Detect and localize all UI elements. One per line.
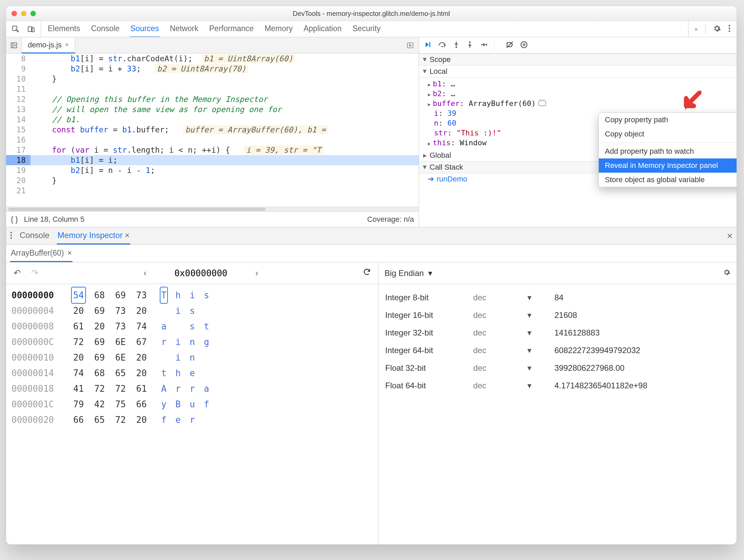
memory-chip-icon[interactable]: [539, 101, 546, 106]
ascii-char[interactable]: r: [189, 412, 196, 428]
hex-byte[interactable]: 72: [114, 412, 127, 428]
code-editor[interactable]: 8 b1[i] = str.charCodeAt(i); b1 = Uint8A…: [6, 53, 419, 207]
tab-memory[interactable]: Memory: [264, 21, 293, 37]
scope-header[interactable]: ▶Scope: [419, 53, 737, 66]
minimize-window-icon[interactable]: [21, 11, 26, 16]
hex-byte[interactable]: 69: [93, 303, 106, 319]
pause-exceptions-icon[interactable]: [521, 41, 527, 49]
ascii-char[interactable]: g: [203, 334, 210, 350]
hex-byte[interactable]: 6E: [114, 350, 127, 365]
code-line[interactable]: 18 b1[i] = i;: [6, 155, 419, 165]
tab-application[interactable]: Application: [303, 21, 343, 37]
hex-byte[interactable]: 6E: [114, 334, 127, 350]
ascii-char[interactable]: ·: [203, 365, 210, 381]
chevron-down-icon[interactable]: ▾: [527, 293, 554, 302]
ascii-char[interactable]: T: [160, 287, 167, 303]
chevron-down-icon[interactable]: ▾: [527, 310, 554, 320]
step-into-icon[interactable]: [453, 41, 460, 50]
hex-byte[interactable]: 69: [93, 350, 106, 365]
hex-byte[interactable]: 41: [72, 381, 85, 396]
close-window-icon[interactable]: [12, 11, 17, 16]
ascii-char[interactable]: e: [189, 365, 196, 381]
code-line[interactable]: 12 // Opening this buffer in the Memory …: [6, 94, 419, 104]
hex-byte[interactable]: 20: [135, 365, 148, 381]
code-line[interactable]: 21: [6, 186, 419, 196]
ascii-char[interactable]: ·: [160, 350, 167, 365]
ascii-char[interactable]: r: [175, 381, 181, 396]
hex-byte[interactable]: 65: [114, 365, 127, 381]
ascii-char[interactable]: i: [175, 334, 181, 350]
hex-byte[interactable]: 54: [72, 287, 85, 303]
ascii-char[interactable]: h: [175, 365, 181, 381]
base-select[interactable]: dec: [473, 346, 527, 355]
ascii-char[interactable]: r: [160, 334, 167, 350]
code-line[interactable]: 9 b2[i] = i + 33; b2 = Uint8Array(70): [6, 64, 419, 74]
address-input[interactable]: [157, 268, 245, 279]
more-vert-icon[interactable]: [728, 24, 730, 34]
hex-byte[interactable]: 61: [135, 381, 148, 396]
ascii-char[interactable]: n: [189, 350, 196, 365]
context-menu-item[interactable]: Store object as global variable: [599, 173, 737, 187]
tab-network[interactable]: Network: [169, 21, 199, 37]
base-select[interactable]: dec: [473, 363, 527, 373]
context-menu-item[interactable]: Copy object: [599, 127, 737, 141]
scope-local-header[interactable]: ▶Local: [419, 66, 737, 78]
refresh-icon[interactable]: [361, 268, 373, 278]
code-line[interactable]: 17 for (var i = str.length; i < n; ++i) …: [6, 145, 419, 155]
hex-byte[interactable]: 74: [135, 319, 148, 334]
callstack-fn[interactable]: runDemo: [437, 175, 467, 184]
memory-buffer-tab[interactable]: ArrayBuffer(60) ×: [10, 245, 72, 262]
device-toolbar-icon[interactable]: [26, 24, 36, 34]
close-tab-icon[interactable]: ×: [125, 231, 130, 240]
hex-byte[interactable]: 42: [93, 396, 106, 412]
ascii-char[interactable]: a: [160, 319, 167, 334]
hex-byte[interactable]: 72: [72, 334, 85, 350]
hex-byte[interactable]: 74: [72, 365, 85, 381]
ascii-char[interactable]: f: [160, 412, 167, 428]
ascii-char[interactable]: h: [175, 287, 181, 303]
ascii-char[interactable]: y: [160, 396, 167, 412]
chevron-down-icon[interactable]: ▾: [527, 328, 554, 338]
code-line[interactable]: 13 // will open the same view as for ope…: [6, 104, 419, 114]
base-select[interactable]: dec: [473, 293, 527, 302]
ascii-char[interactable]: ·: [203, 412, 210, 428]
code-line[interactable]: 8 b1[i] = str.charCodeAt(i); b1 = Uint8A…: [6, 53, 419, 64]
close-tab-icon[interactable]: ×: [67, 249, 72, 258]
hex-row[interactable]: 0000002066657220fer·: [12, 412, 373, 428]
hex-byte[interactable]: 72: [93, 381, 106, 396]
hex-byte[interactable]: 68: [93, 365, 106, 381]
hex-row[interactable]: 0000000C72696E67ring: [12, 334, 373, 350]
code-line[interactable]: 16: [6, 135, 419, 145]
scope-variable[interactable]: ▶b1: …: [428, 79, 737, 89]
code-line[interactable]: 11: [6, 84, 419, 94]
step-icon[interactable]: [480, 41, 487, 50]
undo-icon[interactable]: ↶: [12, 268, 23, 278]
code-line[interactable]: 19 b2[i] = n - i - 1;: [6, 165, 419, 175]
hex-byte[interactable]: 65: [93, 412, 106, 428]
hex-byte[interactable]: 73: [135, 287, 148, 303]
hex-byte[interactable]: 20: [93, 319, 106, 334]
hex-row[interactable]: 0000000861207374a·st: [12, 319, 373, 334]
code-line[interactable]: 14 // b1.: [6, 114, 419, 125]
ascii-char[interactable]: ·: [175, 319, 181, 334]
ascii-char[interactable]: n: [189, 334, 196, 350]
ascii-char[interactable]: u: [189, 396, 196, 412]
code-line[interactable]: 20 }: [6, 175, 419, 186]
code-line[interactable]: 10 }: [6, 74, 419, 84]
ascii-char[interactable]: s: [189, 319, 196, 334]
tab-elements[interactable]: Elements: [47, 21, 81, 37]
ascii-char[interactable]: i: [175, 303, 181, 319]
hex-byte[interactable]: 72: [114, 381, 127, 396]
settings-gear-icon[interactable]: [713, 24, 721, 34]
resume-icon[interactable]: [424, 41, 431, 50]
hex-byte[interactable]: 20: [72, 350, 85, 365]
ascii-char[interactable]: r: [189, 381, 196, 396]
editor-scrollbar[interactable]: [6, 207, 419, 211]
hex-byte[interactable]: 20: [135, 350, 148, 365]
hex-byte[interactable]: 79: [72, 396, 85, 412]
ascii-char[interactable]: s: [189, 303, 196, 319]
inspect-element-icon[interactable]: [11, 24, 20, 34]
hex-row[interactable]: 0000001474686520the·: [12, 365, 373, 381]
hex-row[interactable]: 0000000420697320·is·: [12, 303, 373, 319]
hex-byte[interactable]: 20: [72, 303, 85, 319]
